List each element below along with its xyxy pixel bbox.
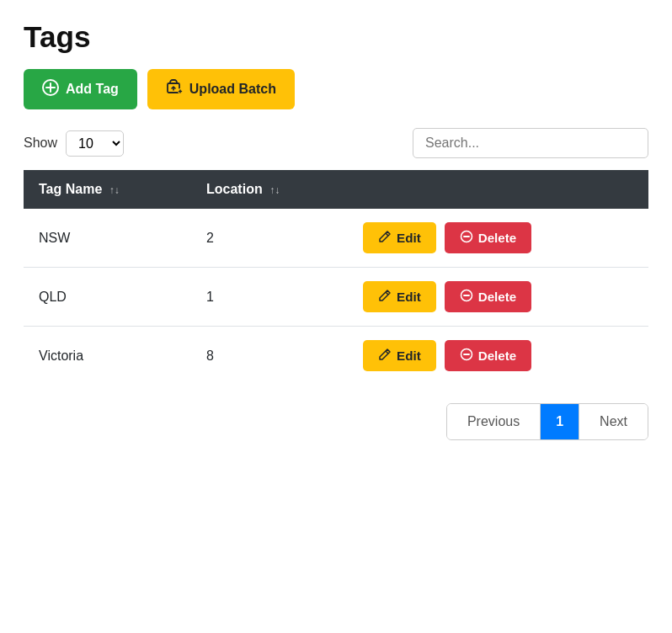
edit-button[interactable]: Edit <box>363 281 436 312</box>
svg-line-10 <box>386 292 388 295</box>
page-title: Tags <box>24 20 648 54</box>
delete-button[interactable]: Delete <box>445 340 532 371</box>
delete-label: Delete <box>478 290 517 304</box>
cell-tag-name: Victoria <box>24 327 191 386</box>
table-header-row: Tag Name ↑↓ Location ↑↓ <box>24 170 648 209</box>
table-row: Victoria 8 Edit <box>24 327 648 386</box>
table-body: NSW 2 Edit <box>24 209 648 385</box>
col-header-tag-name: Tag Name ↑↓ <box>24 170 191 209</box>
edit-icon <box>378 230 392 246</box>
upload-batch-button[interactable]: Upload Batch <box>147 69 295 109</box>
sort-icon-tag-name[interactable]: ↑↓ <box>109 184 120 196</box>
cell-actions: Edit Delete <box>348 268 648 327</box>
toolbar: Add Tag Upload Batch <box>24 69 648 109</box>
cell-tag-name: NSW <box>24 209 191 268</box>
sort-icon-location[interactable]: ↑↓ <box>269 184 280 196</box>
search-input[interactable] <box>413 128 648 158</box>
edit-label: Edit <box>397 290 421 304</box>
next-button[interactable]: Next <box>579 404 648 439</box>
tags-table: Tag Name ↑↓ Location ↑↓ NSW 2 <box>24 170 648 385</box>
cell-location: 2 <box>191 209 348 268</box>
cell-location: 8 <box>191 327 348 386</box>
edit-button[interactable]: Edit <box>363 340 436 371</box>
edit-button[interactable]: Edit <box>363 222 436 253</box>
delete-icon <box>460 289 473 305</box>
cell-actions: Edit Delete <box>348 209 648 268</box>
show-label: Show <box>24 136 57 151</box>
pagination-wrapper: Previous 1 Next <box>446 403 648 440</box>
delete-icon <box>460 348 473 364</box>
upload-batch-icon <box>166 79 183 99</box>
delete-icon <box>460 230 473 246</box>
svg-line-13 <box>386 351 388 354</box>
table-row: NSW 2 Edit <box>24 209 648 268</box>
add-tag-label: Add Tag <box>66 82 119 97</box>
upload-batch-label: Upload Batch <box>189 82 276 97</box>
delete-label: Delete <box>478 348 517 363</box>
svg-line-7 <box>386 233 388 236</box>
col-header-actions <box>348 170 648 209</box>
delete-label: Delete <box>478 231 517 245</box>
delete-button[interactable]: Delete <box>445 222 532 253</box>
pagination: Previous 1 Next <box>24 403 648 440</box>
edit-label: Edit <box>397 231 421 245</box>
controls-row: Show 5 10 25 50 100 <box>24 128 648 158</box>
show-select[interactable]: 5 10 25 50 100 <box>66 130 124 157</box>
cell-actions: Edit Delete <box>348 327 648 386</box>
col-header-location: Location ↑↓ <box>191 170 348 209</box>
add-tag-button[interactable]: Add Tag <box>24 69 137 109</box>
cell-tag-name: QLD <box>24 268 191 327</box>
plus-circle-icon <box>42 79 59 99</box>
show-control: Show 5 10 25 50 100 <box>24 130 124 157</box>
edit-icon <box>378 348 392 364</box>
previous-button[interactable]: Previous <box>447 404 541 439</box>
edit-icon <box>378 289 392 305</box>
edit-label: Edit <box>397 348 421 363</box>
cell-location: 1 <box>191 268 348 327</box>
table-row: QLD 1 Edit <box>24 268 648 327</box>
delete-button[interactable]: Delete <box>445 281 532 312</box>
page-1-button[interactable]: 1 <box>541 404 579 439</box>
